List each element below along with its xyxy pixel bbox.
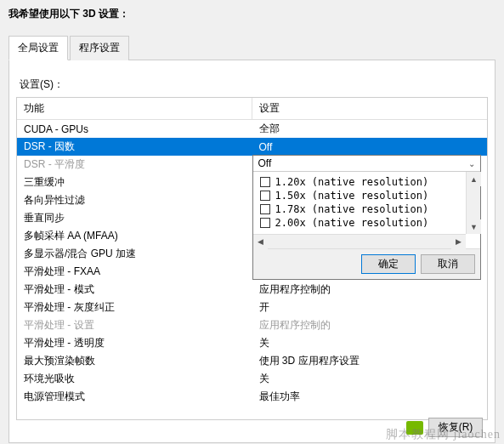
page-title: 我希望使用以下 3D 设置： [0, 0, 504, 28]
cell-feature: 平滑处理 - FXAA [17, 263, 252, 281]
cell-feature: 平滑处理 - 透明度 [17, 334, 252, 352]
table-row[interactable]: CUDA - GPUs全部 [17, 120, 487, 138]
cell-value: 最佳功率 [252, 388, 488, 406]
cell-value: 全部 [252, 120, 488, 138]
settings-label: 设置(S)： [20, 77, 488, 92]
restore-button[interactable]: 恢复(R) [428, 418, 483, 437]
dropdown-buttons: 确定 取消 [253, 248, 481, 279]
dropdown-option[interactable]: 1.50x (native resolution) [257, 189, 478, 202]
dropdown-option[interactable]: 2.00x (native resolution) [257, 216, 478, 230]
scroll-up-icon[interactable]: ▲ [467, 172, 481, 186]
checkbox-icon[interactable] [260, 218, 270, 228]
col-feature[interactable]: 功能 [17, 98, 252, 119]
table-row[interactable]: 平滑处理 - 模式应用程序控制的 [17, 281, 487, 299]
cell-feature: 多显示器/混合 GPU 加速 [17, 245, 252, 263]
cell-feature: 电源管理模式 [17, 388, 252, 406]
cell-feature: 平滑处理 - 模式 [17, 281, 252, 299]
scroll-down-icon[interactable]: ▼ [467, 219, 481, 234]
cell-feature: DSR - 因数 [17, 138, 252, 156]
table-row[interactable]: DSR - 因数Off [17, 138, 487, 156]
cell-feature: 三重缓冲 [17, 174, 252, 191]
cell-value: Off [252, 139, 488, 155]
settings-table: 功能 设置 CUDA - GPUs全部DSR - 因数OffDSR - 平滑度三… [16, 97, 488, 420]
nvidia-icon [406, 421, 423, 435]
dropdown-option-label: 1.50x (native resolution) [275, 190, 429, 202]
dropdown-option-label: 2.00x (native resolution) [275, 217, 429, 229]
chevron-down-icon: ⌄ [468, 159, 475, 168]
table-row[interactable]: 平滑处理 - 灰度纠正开 [17, 299, 487, 316]
cell-value: 关 [252, 334, 488, 352]
tabs: 全局设置 程序设置 [8, 35, 496, 60]
ok-button[interactable]: 确定 [361, 254, 416, 274]
cell-feature: 多帧采样 AA (MFAA) [17, 227, 252, 245]
cell-feature: DSR - 平滑度 [17, 156, 252, 174]
cell-value: 开 [252, 299, 488, 316]
dropdown-option-label: 1.78x (native resolution) [275, 203, 429, 215]
cell-feature: 平滑处理 - 设置 [17, 316, 252, 334]
dropdown-option[interactable]: 1.78x (native resolution) [257, 202, 478, 216]
cell-feature: 垂直同步 [17, 209, 252, 227]
cell-feature: 最大预渲染帧数 [17, 352, 252, 370]
checkbox-icon[interactable] [260, 177, 270, 187]
scroll-left-icon[interactable]: ◀ [253, 235, 268, 249]
cell-feature: 环境光吸收 [17, 370, 252, 388]
col-setting[interactable]: 设置 [252, 98, 488, 119]
tab-program[interactable]: 程序设置 [70, 36, 129, 60]
tab-global[interactable]: 全局设置 [8, 36, 68, 60]
panel-global: 设置(S)： 功能 设置 CUDA - GPUs全部DSR - 因数OffDSR… [8, 60, 496, 443]
scrollbar-horizontal[interactable]: ◀ ▶ [253, 234, 467, 248]
checkbox-icon[interactable] [260, 191, 270, 201]
cell-value: 关 [252, 370, 488, 388]
dropdown-selected[interactable]: Off ⌄ [253, 156, 481, 172]
dropdown-option[interactable]: 1.20x (native resolution) [257, 175, 478, 189]
cell-value: 使用 3D 应用程序设置 [252, 352, 488, 370]
cell-feature: 各向异性过滤 [17, 191, 252, 209]
table-header: 功能 设置 [17, 98, 487, 120]
dropdown-option-label: 1.20x (native resolution) [275, 176, 429, 188]
cell-feature: 平滑处理 - 灰度纠正 [17, 299, 252, 316]
table-row[interactable]: 最大预渲染帧数使用 3D 应用程序设置 [17, 352, 487, 370]
dsr-dropdown: Off ⌄ 1.20x (native resolution)1.50x (na… [252, 155, 482, 280]
dropdown-list: 1.20x (native resolution)1.50x (native r… [253, 172, 481, 248]
scroll-right-icon[interactable]: ▶ [451, 235, 466, 249]
dropdown-selected-text: Off [258, 157, 272, 169]
table-row[interactable]: 平滑处理 - 设置应用程序控制的 [17, 316, 487, 334]
table-row[interactable]: 环境光吸收关 [17, 370, 487, 388]
cell-value: 应用程序控制的 [252, 316, 488, 334]
cell-feature: CUDA - GPUs [17, 122, 252, 137]
footer: 恢复(R) [406, 418, 483, 437]
table-row[interactable]: 电源管理模式最佳功率 [17, 388, 487, 406]
cell-value: 应用程序控制的 [252, 281, 488, 299]
scrollbar-vertical[interactable]: ▲ ▼ [466, 172, 480, 234]
checkbox-icon[interactable] [260, 204, 270, 214]
table-row[interactable]: 平滑处理 - 透明度关 [17, 334, 487, 352]
cancel-button[interactable]: 取消 [421, 254, 475, 274]
